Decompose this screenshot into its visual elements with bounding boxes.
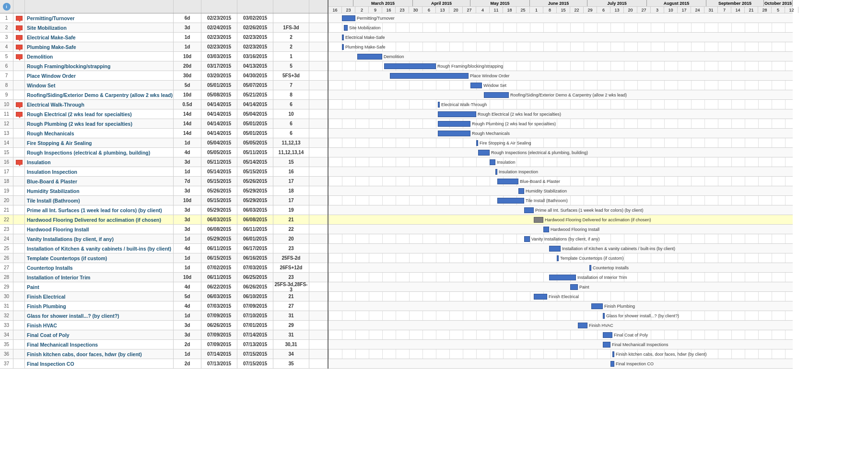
table-row: 18Blue-Board & Plaster7d05/15/201505/26/… bbox=[0, 177, 328, 186]
gantt-bar-label: Vanity Installations (by client, if any) bbox=[531, 234, 599, 244]
row-predecessors: 21 bbox=[273, 215, 309, 224]
row-icon bbox=[13, 263, 25, 272]
table-row: 12Rough Plumbing (2 wks lead for special… bbox=[0, 119, 328, 129]
row-duration: 20d bbox=[174, 61, 201, 71]
row-num: 27 bbox=[0, 263, 13, 272]
row-finish: 02/26/2015 bbox=[237, 23, 273, 32]
gantt-bar-label: Installation of Interior Trim bbox=[577, 273, 627, 282]
row-finish: 05/29/2015 bbox=[237, 196, 273, 205]
gantt-week-label: 20 bbox=[449, 7, 463, 13]
table-row: 37Final Inspection CO2d07/13/201507/15/2… bbox=[0, 359, 328, 369]
row-name: Place Window Order bbox=[25, 71, 174, 80]
table-row: 1 Permitting/Turnover6d02/23/201503/02/2… bbox=[0, 13, 328, 23]
row-start: 03/17/2015 bbox=[201, 61, 237, 71]
gantt-week-label: 25 bbox=[516, 7, 530, 13]
row-duration: 10d bbox=[174, 196, 201, 205]
table-row: 5 Demolition10d03/03/201503/16/20151 bbox=[0, 52, 328, 61]
table-row: 19Humidity Stabilization3d05/26/201505/2… bbox=[0, 186, 328, 196]
row-name: Plumbing Make-Safe bbox=[25, 42, 174, 51]
table-row: 6Rough Framing/blocking/strapping20d03/1… bbox=[0, 61, 328, 71]
row-icon bbox=[13, 215, 25, 224]
gantt-bar bbox=[589, 265, 591, 271]
row-name: Roofing/Siding/Exterior Demo & Carpentry… bbox=[25, 90, 174, 99]
gantt-bar bbox=[470, 83, 482, 88]
gantt-bar-label: Demolition bbox=[384, 52, 404, 61]
row-icon bbox=[13, 167, 25, 176]
gantt-week-label: 1 bbox=[530, 7, 543, 13]
row-finish: 02/23/2015 bbox=[237, 42, 273, 51]
row-num: 24 bbox=[0, 234, 13, 243]
table-row: 26Template Countertops (if custom)1d06/1… bbox=[0, 253, 328, 263]
row-num: 30 bbox=[0, 292, 13, 301]
gantt-bar-label: Insulation bbox=[497, 157, 516, 167]
row-num: 4 bbox=[0, 42, 13, 51]
row-start: 07/14/2015 bbox=[201, 349, 237, 359]
table-row: 21Prime all Int. Surfaces (1 week lead f… bbox=[0, 205, 328, 215]
gantt-week-label: 8 bbox=[543, 7, 557, 13]
gantt-bar-label: Glass for shower install...? (by client?… bbox=[606, 311, 679, 321]
row-num: 12 bbox=[0, 119, 13, 128]
row-finish: 06/11/2015 bbox=[237, 225, 273, 234]
row-icon bbox=[13, 196, 25, 205]
gantt-week-label: 11 bbox=[490, 7, 503, 13]
gantt-week-label: 27 bbox=[637, 7, 651, 13]
gantt-bar bbox=[438, 111, 476, 117]
row-start: 07/13/2015 bbox=[201, 359, 237, 368]
gantt-bar-label: Finish HVAC bbox=[589, 321, 613, 330]
header-finish bbox=[237, 0, 273, 13]
row-duration: 1d bbox=[174, 311, 201, 320]
row-finish: 05/29/2015 bbox=[237, 186, 273, 195]
gantt-bar bbox=[438, 121, 470, 127]
table-row: 25Installation of Kitchen & vanity cabin… bbox=[0, 244, 328, 253]
gantt-bar bbox=[390, 73, 469, 79]
row-icon bbox=[13, 148, 25, 157]
row-icon bbox=[13, 225, 25, 234]
row-num: 11 bbox=[0, 109, 13, 119]
row-name: Installation of Kitchen & vanity cabinet… bbox=[25, 244, 174, 253]
gantt-row: Fire Stopping & Air Sealing bbox=[328, 138, 793, 148]
row-num: 5 bbox=[0, 52, 13, 61]
row-predecessors: 18 bbox=[273, 186, 309, 195]
gantt-month-label: May 2015 bbox=[470, 0, 530, 6]
row-icon bbox=[13, 311, 25, 320]
gantt-week-label: 16 bbox=[382, 7, 396, 13]
row-name: Demolition bbox=[25, 52, 174, 61]
table-row: 16 Insulation3d05/11/201505/14/201515 bbox=[0, 157, 328, 167]
table-row: 7Place Window Order30d03/20/201504/30/20… bbox=[0, 71, 328, 81]
gantt-month-label: March 2015 bbox=[353, 0, 413, 6]
row-duration: 0.5d bbox=[174, 100, 201, 109]
row-start: 03/03/2015 bbox=[201, 52, 237, 61]
row-num: 14 bbox=[0, 138, 13, 147]
row-name: Insulation bbox=[25, 157, 174, 167]
row-predecessors: 8 bbox=[273, 90, 309, 99]
row-finish: 06/01/2015 bbox=[237, 234, 273, 243]
row-start: 04/14/2015 bbox=[201, 129, 237, 138]
table-row: 13Rough Mechanicals14d04/14/201505/01/20… bbox=[0, 129, 328, 138]
gantt-bar bbox=[603, 313, 605, 319]
row-duration: 1d bbox=[174, 138, 201, 147]
row-name: Permitting/Turnover bbox=[25, 13, 174, 23]
gantt-row: Humidity Stabilization bbox=[328, 186, 793, 196]
header-icon-col bbox=[13, 0, 25, 13]
gantt-row: Paint bbox=[328, 282, 793, 292]
row-start: 07/09/2015 bbox=[201, 311, 237, 320]
row-finish: 06/03/2015 bbox=[237, 205, 273, 215]
gantt-row: Permitting/Turnover bbox=[328, 13, 793, 23]
row-start: 06/03/2015 bbox=[201, 215, 237, 224]
gantt-week-label: 3 bbox=[651, 7, 664, 13]
gantt-bar bbox=[578, 323, 587, 328]
row-finish: 06/17/2015 bbox=[237, 244, 273, 253]
gantt-chart[interactable]: March 2015April 2015May 2015June 2015Jul… bbox=[328, 0, 868, 369]
row-predecessors: 29 bbox=[273, 321, 309, 330]
row-name: Rough Plumbing (2 wks lead for specialti… bbox=[25, 119, 174, 128]
gantt-bar-label: Blue-Board & Plaster bbox=[520, 177, 560, 186]
row-num: 7 bbox=[0, 71, 13, 80]
row-finish: 07/01/2015 bbox=[237, 321, 273, 330]
gantt-bar-label: Finish kitchen cabs, door faces, hdwr (b… bbox=[616, 349, 707, 359]
row-duration: 1d bbox=[174, 42, 201, 51]
row-finish: 07/14/2015 bbox=[237, 330, 273, 339]
gantt-week-label: 2 bbox=[355, 7, 369, 13]
row-start: 06/08/2015 bbox=[201, 225, 237, 234]
row-predecessors: 34 bbox=[273, 349, 309, 359]
gantt-body: Permitting/TurnoverSite MobilizationElec… bbox=[328, 13, 793, 369]
